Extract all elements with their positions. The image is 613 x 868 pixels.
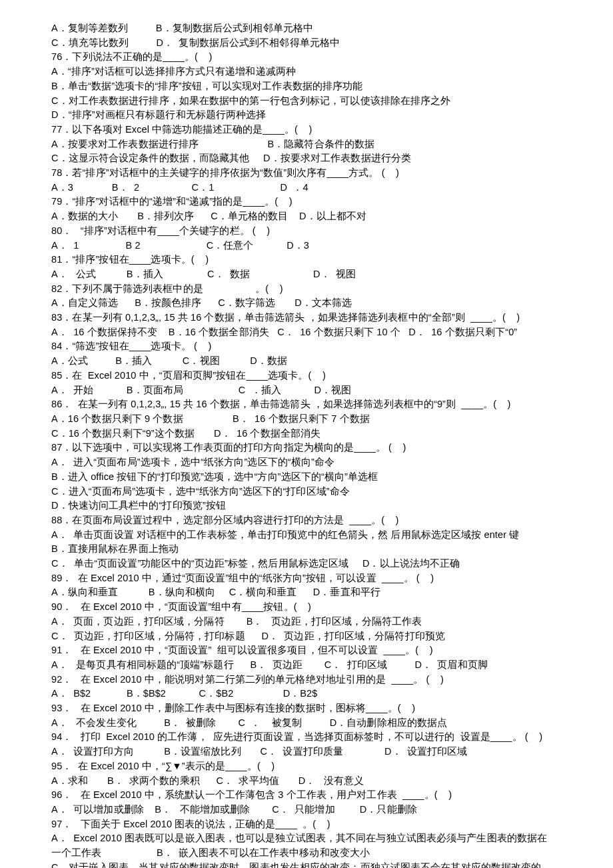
text-line: 一个工作表 B． 嵌入图表不可以在工作表中移动和改变大小 (51, 846, 566, 861)
text-line: A． 单击页面设置 对话框中的工作表标签，单击打印预览中的红色箭头，然 后用鼠标… (51, 528, 566, 543)
text-line: A．“排序”对话框可以选择排序方式只有递增和递减两种 (51, 65, 566, 79)
text-line: A．数据的大小 B．排列次序 C．单元格的数目 D．以上都不对 (51, 209, 566, 224)
text-line: 94． 打印 Excel 2010 的工作薄， 应先进行页面设置，当选择页面标签… (51, 730, 566, 745)
text-line: 89． 在 Excel 2010 中，通过“页面设置”组中的“纸张方向”按钮，可… (51, 571, 566, 586)
text-line: 85．在 Excel 2010 中，“页眉和页脚”按钮在____选项卡。( ) (51, 369, 566, 383)
text-line: 76．下列说法不正确的是____。( ) (51, 50, 566, 65)
text-line: 80． “排序”对话框中有____个关键字的栏。 ( ) (51, 224, 566, 239)
text-line: 87．以下选项中，可以实现将工作表页面的打印方向指定为横向的是____。 ( ) (51, 441, 566, 455)
text-line: A．求和 B． 求两个数的乘积 C． 求平均值 D． 没有意义 (51, 774, 566, 789)
text-line: C．进入“页面布局”选项卡，选中“纸张方向”选区下的“打印区域”命令 (51, 485, 566, 499)
text-line: 78．若“排序”对话框中的主关键字的排序依据为“数值”则次序有____方式。 (… (51, 166, 566, 181)
text-line: A． 1 B 2 C．任意个 D．3 (51, 239, 566, 253)
text-line: 97． 下面关于 Excel 2010 图表的说法，正确的是____ 。( ) (51, 817, 566, 832)
text-line: 77．以下各项对 Excel 中筛选功能描述正确的是____。( ) (51, 123, 566, 137)
text-line: A． 开始 B．页面布局 C ．插入 D．视图 (51, 383, 566, 398)
text-line: A． 16 个数据保持不变 B．16 个数据全部消失 C． 16 个数据只剩下 … (51, 325, 566, 340)
text-line: 82．下列不属于筛选列表框中的是 。( ) (51, 282, 566, 297)
text-line: 88．在页面布局设置过程中，选定部分区域内容进行打印的方法是 ____。( ) (51, 513, 566, 528)
text-line: 86． 在某一列有 0,1,2,3„, 15 共 16 个数据，单击筛选箭头 ，… (51, 397, 566, 412)
text-line: C．填充等比数列 D． 复制数据后公式到不相邻得单元格中 (51, 36, 566, 51)
text-line: 95． 在 Excel 2010 中，“∑▼”表示的是____。( ) (51, 759, 566, 774)
text-line: B．单击“数据”选项卡的“排序”按钮，可以实现对工作表数据的排序功能 (51, 79, 566, 94)
text-line: B．进入 office 按钮下的“打印预览”选项，选中“方向”选区下的“横向”单… (51, 470, 566, 485)
text-line: D．“排序”对画框只有标题行和无标题行两种选择 (51, 108, 566, 123)
text-line: 92． 在 Excel 2010 中，能说明对第二行第二列的单元格绝对地址引用的… (51, 673, 566, 687)
text-line: A． 不会发生变化 B． 被删除 C ． 被复制 D．自动删除相应的数据点 (51, 716, 566, 731)
text-line: D．快速访问工具栏中的“打印预览”按钮 (51, 499, 566, 513)
text-line: A．按要求对工作表数据进行排序 B．隐藏符合条件的数据 (51, 137, 566, 152)
text-line: A． 页面，页边距，打印区域，分隔符 B． 页边距，打印区域，分隔符工作表 (51, 615, 566, 629)
text-line: 91． 在 Excel 2010 中，“页面设置” 组可以设置很多项目，但不可以… (51, 643, 566, 658)
text-line: C．这显示符合设定条件的数据，而隐藏其他 D．按要求对工作表数据进行分类 (51, 151, 566, 166)
text-line: A． B$2 B．$B$2 C．$B2 D．B2$ (51, 687, 566, 701)
text-line: C．对工作表数据进行排序，如果在数据中的第一行包含列标记，可以使该排除在排序之外 (51, 94, 566, 109)
text-line: A． 公式 B．插入 C． 数据 D． 视图 (51, 267, 566, 282)
text-line: 81．“排序”按钮在____选项卡。( ) (51, 253, 566, 267)
text-line: A． 是每页具有相同标题的“顶端”标题行 B． 页边距 C． 打印区域 D． 页… (51, 658, 566, 673)
text-line: B．直接用鼠标在界面上拖动 (51, 542, 566, 557)
text-line: 83．在某一列有 0,1,2,3„, 15 共 16 个数据，单击筛选箭头 ，如… (51, 311, 566, 325)
text-line: A． 进入“页面布局”选项卡，选中“纸张方向”选区下的“横向”命令 (51, 455, 566, 470)
text-line: C． 单击“页面设置”功能区中的“页边距”标签，然后用鼠标选定区域 D．以上说法… (51, 557, 566, 571)
text-line: A． 设置打印方向 B．设置缩放比列 C． 设置打印质量 D． 设置打印区域 (51, 745, 566, 759)
text-line: A．3 B． 2 C．1 D ．4 (51, 181, 566, 195)
text-line: A．公式 B．插入 C．视图 D．数据 (51, 354, 566, 369)
text-line: 96． 在 Excel 2010 中，系统默认一个工作薄包含 3 个工作表，用户… (51, 788, 566, 803)
text-line: 93． 在 Excel 2010 中，删除工作表中与图标有连接的数据时，图标将_… (51, 701, 566, 716)
text-line: C．16 个数据只剩下“9”这个数据 D． 16 个数据全部消失 (51, 427, 566, 441)
text-line: A．纵向和垂直 B．纵向和横向 C．横向和垂直 D．垂直和平行 (51, 585, 566, 600)
document-page: A．复制等差数列 B．复制数据后公式到相邻单元格中C．填充等比数列 D． 复制数… (51, 21, 566, 868)
text-line: 84．“筛选”按钮在____选项卡。 ( ) (51, 339, 566, 354)
text-line: A．复制等差数列 B．复制数据后公式到相邻单元格中 (51, 21, 566, 36)
text-line: A． 可以增加或删除 B． 不能增加或删除 C． 只能增加 D．只能删除 (51, 803, 566, 817)
text-line: A． Excel 2010 图表既可以是嵌入图表，也可以是独立试图表，其不同在与… (51, 831, 566, 846)
text-line: C．对于嵌入图表，当其对应的数据改变时，图表也发生相应的改变；而独立试图表不会在… (51, 861, 566, 868)
text-line: C． 页边距，打印区域，分隔符，打印标题 D． 页边距，打印区域，分隔符打印预览 (51, 629, 566, 644)
text-line: A．自定义筛选 B．按颜色排序 C．数字筛选 D．文本筛选 (51, 296, 566, 311)
text-line: A．16 个数据只剩下 9 个数据 B． 16 个数据只剩下 7 个数据 (51, 412, 566, 427)
text-line: 79．“排序”对话框中的“递增”和“递减”指的是____。( ) (51, 195, 566, 209)
text-line: 90． 在 Excel 2010 中，“页面设置”组中有____按钮。( ) (51, 600, 566, 615)
